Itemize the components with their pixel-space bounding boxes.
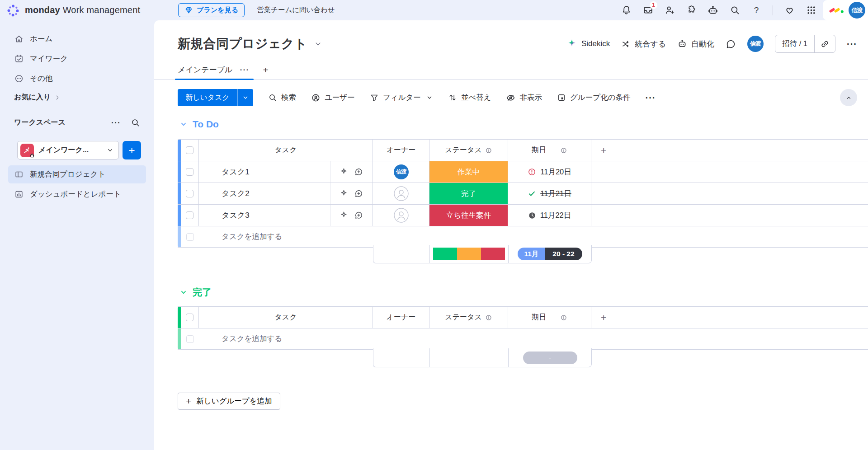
board-title[interactable]: 新規合同プロジェクト [178, 35, 307, 52]
add-workspace-item-button[interactable]: + [123, 141, 141, 159]
ai-sparkle-icon[interactable] [339, 167, 349, 177]
workspace-selector[interactable]: メ メインワーク... [17, 141, 119, 159]
notifications-bell-icon[interactable] [621, 5, 632, 16]
new-task-chevron-button[interactable] [237, 89, 253, 106]
copy-link-icon[interactable] [814, 35, 835, 52]
row-checkbox[interactable] [186, 211, 193, 219]
column-header-task[interactable]: タスク [199, 307, 373, 328]
group-title[interactable]: 完了 [193, 286, 212, 299]
group-color-bar [178, 328, 181, 349]
add-view-button[interactable]: + [263, 65, 268, 75]
task-name-cell[interactable]: タスク3 [199, 205, 373, 226]
board-chat-icon[interactable] [726, 39, 736, 49]
date-cell[interactable]: 11月22日 [508, 205, 591, 226]
assistant-robot-icon[interactable] [708, 5, 718, 16]
group-collapse-chevron-icon[interactable] [179, 120, 188, 128]
board-menu-icon[interactable]: ··· [847, 39, 857, 48]
ai-sparkle-icon[interactable] [339, 189, 349, 198]
search-icon[interactable] [729, 5, 740, 16]
toolbar-more-icon[interactable]: ··· [646, 93, 656, 102]
inbox-icon[interactable]: 1 [642, 5, 653, 16]
search-tool-button[interactable]: 検索 [268, 93, 296, 103]
date-cell[interactable]: 11月21日 [508, 183, 591, 204]
select-all-checkbox[interactable] [186, 314, 193, 321]
workspace-menu-icon[interactable]: ··· [111, 119, 121, 127]
group-collapse-chevron-icon[interactable] [179, 288, 188, 296]
column-header-date[interactable]: 期日 [508, 140, 591, 161]
task-name-cell[interactable]: タスク2 [199, 183, 373, 204]
info-icon[interactable] [560, 147, 567, 154]
column-header-date[interactable]: 期日 [508, 307, 591, 328]
status-cell[interactable]: 完了 [429, 183, 508, 204]
summary-date-cell[interactable]: 11月 20 - 22 [509, 245, 592, 263]
board-member-avatar[interactable]: 信渡 [747, 36, 764, 52]
status-cell[interactable]: 立ち往生案件 [429, 205, 508, 226]
collapse-header-button[interactable] [840, 89, 857, 106]
add-update-chat-icon[interactable] [354, 167, 363, 177]
info-icon[interactable] [485, 147, 492, 154]
column-header-status[interactable]: ステータス [429, 140, 508, 161]
sort-button[interactable]: 並べ替え [448, 93, 491, 103]
sidebar-item-dashboards[interactable]: ダッシュボードとレポート [8, 185, 146, 203]
row-checkbox[interactable] [186, 168, 193, 176]
owner-cell[interactable] [373, 183, 429, 204]
add-task-row[interactable]: タスクを追加する [178, 226, 868, 248]
column-header-owner[interactable]: オーナー [373, 307, 429, 328]
help-icon[interactable]: ? [751, 5, 762, 16]
filter-button[interactable]: フィルター [370, 93, 433, 103]
monday-mini-logo-icon[interactable] [828, 5, 844, 16]
invite-button[interactable]: 招待 / 1 [775, 35, 814, 52]
add-update-chat-icon[interactable] [354, 211, 363, 220]
add-column-button[interactable]: + [591, 307, 868, 328]
sidebar-item-home[interactable]: ホーム [8, 30, 146, 48]
vibe-heart-icon[interactable] [784, 5, 795, 16]
sidekick-button[interactable]: Sidekick [566, 38, 610, 49]
summary-status-cell[interactable] [430, 245, 509, 263]
sidebar-item-more[interactable]: その他 [8, 70, 146, 88]
summary-date-cell[interactable]: - [509, 348, 592, 367]
integrate-button[interactable]: 統合する [621, 39, 666, 49]
task-name-cell[interactable]: タスク1 [199, 161, 373, 183]
tab-main-table[interactable]: メインテーブル ··· [178, 60, 249, 80]
add-group-button[interactable]: + 新しいグループを追加 [178, 393, 280, 410]
owner-avatar[interactable]: 信渡 [394, 164, 409, 179]
user-avatar[interactable]: 信渡 [849, 2, 865, 19]
add-column-button[interactable]: + [591, 140, 868, 161]
contact-sales-link[interactable]: 営業チームに問い合わせ [257, 5, 335, 15]
tab-menu-icon[interactable]: ··· [240, 66, 249, 74]
group-done-header: 完了 [179, 286, 212, 299]
chevron-down-icon[interactable] [426, 94, 433, 101]
add-task-row[interactable]: タスクを追加する [178, 328, 868, 350]
product-switcher-grid-icon[interactable] [806, 5, 816, 16]
see-plans-button[interactable]: プランを見る [178, 3, 245, 17]
select-all-checkbox[interactable] [186, 146, 193, 154]
automate-button[interactable]: 自動化 [677, 39, 714, 49]
favorites-section[interactable]: お気に入り [14, 93, 61, 102]
add-task-input[interactable]: タスクを追加する [199, 226, 868, 247]
add-update-chat-icon[interactable] [354, 189, 363, 198]
owner-cell[interactable]: 信渡 [373, 161, 429, 183]
invite-members-icon[interactable] [664, 5, 675, 16]
product-logo[interactable]: monday Work management [6, 4, 140, 17]
ai-sparkle-icon[interactable] [339, 211, 349, 220]
sidebar-item-my-work[interactable]: マイワーク [8, 50, 146, 68]
workspace-search-icon[interactable] [131, 118, 140, 127]
status-cell[interactable]: 作業中 [429, 161, 508, 183]
column-header-owner[interactable]: オーナー [373, 140, 429, 161]
new-task-button[interactable]: 新しいタスク [178, 89, 237, 106]
column-header-status[interactable]: ステータス [429, 307, 508, 328]
group-title[interactable]: To Do [193, 119, 219, 130]
group-by-button[interactable]: グループ化の条件 [557, 93, 631, 103]
row-checkbox[interactable] [186, 190, 193, 197]
hide-columns-button[interactable]: 非表示 [506, 93, 542, 103]
board-title-chevron-icon[interactable] [314, 40, 322, 48]
person-filter-button[interactable]: ユーザー [311, 93, 355, 103]
owner-cell[interactable] [373, 205, 429, 226]
info-icon[interactable] [485, 314, 492, 321]
apps-puzzle-icon[interactable] [686, 5, 697, 16]
info-icon[interactable] [560, 314, 567, 321]
column-header-task[interactable]: タスク [199, 140, 373, 161]
sidebar-item-board[interactable]: 新規合同プロジェクト [8, 165, 146, 183]
date-cell[interactable]: 11月20日 [508, 161, 591, 183]
add-task-input[interactable]: タスクを追加する [199, 328, 868, 349]
